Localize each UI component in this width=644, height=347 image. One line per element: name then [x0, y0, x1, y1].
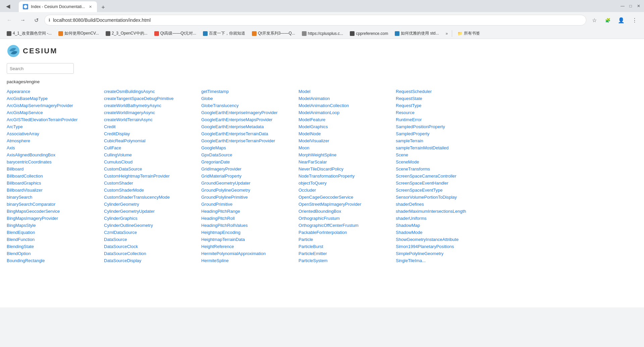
list-item[interactable]: OpenCageGeocoderService	[299, 194, 396, 200]
list-item[interactable]: ScreenSpaceEventHandler	[396, 180, 493, 186]
list-item[interactable]: RequestState	[396, 95, 493, 102]
list-item[interactable]: GroundGeometryUpdater	[201, 180, 299, 186]
list-item[interactable]: ScreenSpaceEventType	[396, 187, 493, 193]
list-item[interactable]: CustomShader	[104, 180, 201, 186]
back-button[interactable]: ←	[4, 15, 15, 26]
list-item[interactable]: GroundPolylinePrimitive	[201, 194, 299, 200]
list-item[interactable]: Resource	[396, 109, 493, 116]
list-item[interactable]: CustomShaderTranslucencyMode	[104, 194, 201, 200]
bookmark-6[interactable]: Qt开发系列3——Q...	[249, 30, 298, 37]
list-item[interactable]: OrthographicFrustum	[299, 215, 396, 221]
account-button[interactable]: 👤	[616, 15, 627, 26]
list-item[interactable]: ModelGraphics	[299, 123, 396, 130]
list-item[interactable]: SampledProperty	[396, 131, 493, 137]
refresh-button[interactable]: ↺	[31, 15, 42, 26]
list-item[interactable]: BlendOption	[7, 250, 104, 257]
tab-nav-left[interactable]: ◀	[3, 1, 13, 11]
list-item[interactable]: MorphWeightSpline	[299, 152, 396, 158]
list-item[interactable]: CumulusCloud	[104, 159, 201, 165]
list-item[interactable]: HermitePolynomialApproximation	[201, 250, 299, 257]
list-item[interactable]: GridImageryProvider	[201, 166, 299, 172]
list-item[interactable]: SceneTransforms	[396, 166, 493, 172]
new-tab-button[interactable]: +	[98, 3, 108, 12]
list-item[interactable]: ParticleBurst	[299, 243, 396, 250]
list-item[interactable]: Atmosphere	[7, 138, 104, 144]
menu-button[interactable]: ⋮	[629, 15, 640, 26]
bookmark-2[interactable]: 如何使用OpenCV...	[56, 30, 102, 37]
list-item[interactable]: RuntimeError	[396, 116, 493, 123]
list-item[interactable]: BillboardGraphics	[7, 180, 104, 186]
list-item[interactable]: SimplePolylineGeometry	[396, 250, 493, 257]
list-item[interactable]: ModelFeature	[299, 116, 396, 123]
list-item[interactable]: HeadingPitchRange	[201, 208, 299, 214]
list-item[interactable]: OpenStreetMapImageryProvider	[299, 201, 396, 207]
list-item[interactable]: Billboard	[7, 166, 104, 172]
list-item[interactable]: RequestType	[396, 102, 493, 109]
list-item[interactable]: DataSourceDisplay	[104, 257, 201, 264]
list-item[interactable]: Scene	[396, 152, 493, 158]
list-item[interactable]: shaderMaximumIntersectionsLength	[396, 208, 493, 214]
list-item[interactable]: createOsmBuildingsAsync	[104, 88, 201, 95]
list-item[interactable]: CullFace	[104, 145, 201, 151]
list-item[interactable]: Appearance	[7, 88, 104, 95]
list-item[interactable]: ScreenSpaceCameraController	[396, 173, 493, 179]
list-item[interactable]: shaderUniforms	[396, 215, 493, 221]
tab-close-button[interactable]: ✕	[88, 4, 93, 9]
list-item[interactable]: GregorianDate	[201, 159, 299, 165]
list-item[interactable]: binarySearchComparator	[7, 201, 104, 207]
list-item[interactable]: HeightmapEncoding	[201, 229, 299, 236]
list-item[interactable]: Occluder	[299, 187, 396, 193]
list-item[interactable]: SingleTileIma...	[396, 257, 493, 264]
maximize-button[interactable]: □	[628, 3, 633, 9]
list-item[interactable]: DataSourceClock	[104, 243, 201, 250]
list-item[interactable]: ModelNode	[299, 131, 396, 137]
list-item[interactable]: GoogleMaps	[201, 145, 299, 151]
list-item[interactable]: BlendingState	[7, 243, 104, 250]
list-item[interactable]: CustomShaderMode	[104, 187, 201, 193]
list-item[interactable]: GoogleEarthEnterpriseTerrainProvider	[201, 138, 299, 144]
list-item[interactable]: Particle	[299, 236, 396, 243]
list-item[interactable]: CustomHeightmapTerrainProvider	[104, 173, 201, 179]
list-item[interactable]: barycentricCoordinates	[7, 159, 104, 165]
list-item[interactable]: BlendFunction	[7, 236, 104, 243]
list-item[interactable]: ShadowMap	[396, 222, 493, 229]
list-item[interactable]: getTimestamp	[201, 88, 299, 95]
list-item[interactable]: DataSourceCollection	[104, 250, 201, 257]
list-item[interactable]: ModelVisualizer	[299, 138, 396, 144]
list-item[interactable]: SampledPositionProperty	[396, 123, 493, 130]
list-item[interactable]: CzmlDataSource	[104, 229, 201, 236]
list-item[interactable]: AxisAlignedBoundingBox	[7, 152, 104, 158]
list-item[interactable]: createWorldBathymetryAsync	[104, 102, 201, 109]
active-tab[interactable]: Index - Cesium Documentati... ✕	[19, 1, 97, 12]
all-bookmarks-folder[interactable]: 📁 所有书签	[455, 30, 483, 37]
list-item[interactable]: AssociativeArray	[7, 131, 104, 137]
list-item[interactable]: ArcGISTiledElevationTerrainProvider	[7, 116, 104, 123]
list-item[interactable]: NeverTileDiscardPolicy	[299, 166, 396, 172]
list-item[interactable]: shaderDefines	[396, 201, 493, 207]
list-item[interactable]: createWorldImageryAsync	[104, 109, 201, 116]
list-item[interactable]: NearFarScalar	[299, 159, 396, 165]
list-item[interactable]: binarySearch	[7, 194, 104, 200]
list-item[interactable]: HeightReference	[201, 243, 299, 250]
list-item[interactable]: ArcType	[7, 123, 104, 130]
list-item[interactable]: GoogleEarthEnterpriseTerrainData	[201, 131, 299, 137]
list-item[interactable]: BlendEquation	[7, 229, 104, 236]
bookmark-5[interactable]: 百度一下，你就知道	[200, 30, 248, 37]
list-item[interactable]: sampleTerrain	[396, 138, 493, 144]
search-input[interactable]	[7, 63, 74, 74]
list-item[interactable]: BingMapsImageryProvider	[7, 215, 104, 221]
list-item[interactable]: BoundingRectangle	[7, 257, 104, 264]
list-item[interactable]: ParticleEmitter	[299, 250, 396, 257]
list-item[interactable]: CylinderGeometry	[104, 201, 201, 207]
bookmark-8[interactable]: cppreference.com	[347, 31, 391, 37]
bookmark-4[interactable]: Qt高级——Qt元对...	[152, 30, 199, 37]
list-item[interactable]: createWorldTerrainAsync	[104, 116, 201, 123]
star-button[interactable]: ☆	[589, 15, 600, 26]
list-item[interactable]: ModelAnimationLoop	[299, 109, 396, 116]
list-item[interactable]: ParticleSystem	[299, 257, 396, 264]
list-item[interactable]: ArcGisMapServerImageryProvider	[7, 102, 104, 109]
list-item[interactable]: Credit	[104, 123, 201, 130]
extensions-button[interactable]: 🧩	[602, 15, 613, 26]
list-item[interactable]: CylinderGraphics	[104, 215, 201, 221]
list-item[interactable]: Simon1994PlanetaryPositions	[396, 243, 493, 250]
